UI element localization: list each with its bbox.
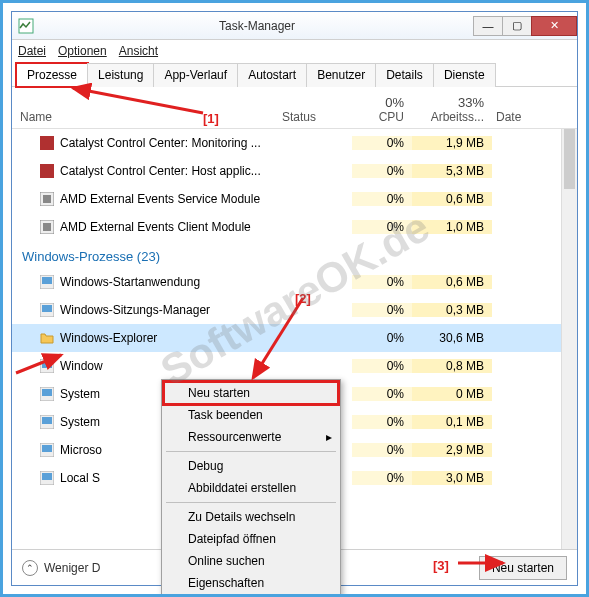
context-menu-item[interactable]: Neu starten [164,382,338,404]
process-name: Catalyst Control Center: Monitoring ... [12,136,282,150]
column-headers: Name Status 0% CPU 33% Arbeitss... Date [12,87,577,129]
svg-rect-2 [40,164,54,178]
context-menu-item[interactable]: Ressourcenwerte▸ [164,426,338,448]
svg-rect-8 [42,277,52,284]
tab-startup[interactable]: Autostart [237,63,307,87]
context-menu-item[interactable]: Eigenschaften [164,572,338,594]
maximize-button[interactable]: ▢ [502,16,532,36]
table-row[interactable]: AMD External Events Client Module0%1,0 M… [12,213,577,241]
tab-processes[interactable]: Prozesse [16,63,88,87]
process-name: Windows-Sitzungs-Manager [12,303,282,317]
menu-view[interactable]: Ansicht [119,44,158,58]
process-name: Windows-Startanwendung [12,275,282,289]
submenu-arrow-icon: ▸ [326,430,332,444]
table-row[interactable]: Window0%0,8 MB [12,352,577,380]
process-cpu: 0% [352,415,412,429]
window-title: Task-Manager [40,19,474,33]
process-memory: 0,8 MB [412,359,492,373]
process-cpu: 0% [352,359,412,373]
context-menu-item[interactable]: Abbilddatei erstellen [164,477,338,499]
process-name: AMD External Events Service Module [12,192,282,206]
process-name: Catalyst Control Center: Host applic... [12,164,282,178]
table-row[interactable]: Catalyst Control Center: Host applic...0… [12,157,577,185]
process-memory: 5,3 MB [412,164,492,178]
process-group-windows[interactable]: Windows-Prozesse (23) [12,241,577,268]
header-cpu[interactable]: 0% CPU [352,95,412,124]
window-buttons: — ▢ ✕ [474,16,577,36]
svg-rect-12 [42,361,52,368]
process-cpu: 0% [352,164,412,178]
process-name: Windows-Explorer [12,331,282,345]
process-memory: 0,6 MB [412,192,492,206]
svg-rect-10 [42,305,52,312]
tab-performance[interactable]: Leistung [87,63,154,87]
process-memory: 0,3 MB [412,303,492,317]
process-cpu: 0% [352,471,412,485]
context-menu: Neu startenTask beendenRessourcenwerte▸D… [161,379,341,597]
process-memory: 3,0 MB [412,471,492,485]
header-date[interactable]: Date [492,110,577,124]
svg-rect-14 [42,389,52,396]
menu-separator [166,502,336,503]
process-cpu: 0% [352,443,412,457]
app-icon [18,18,34,34]
tab-services[interactable]: Dienste [433,63,496,87]
process-cpu: 0% [352,387,412,401]
svg-rect-16 [42,417,52,424]
fewer-details-toggle[interactable]: ⌃ Weniger D [22,560,100,576]
tab-details[interactable]: Details [375,63,434,87]
process-cpu: 0% [352,275,412,289]
process-cpu: 0% [352,303,412,317]
svg-rect-18 [42,445,52,452]
scrollbar[interactable] [561,129,577,549]
process-memory: 2,9 MB [412,443,492,457]
svg-rect-1 [40,136,54,150]
svg-rect-4 [43,195,51,203]
process-memory: 0 MB [412,387,492,401]
context-menu-item[interactable]: Dateipfad öffnen [164,528,338,550]
tab-app-history[interactable]: App-Verlauf [153,63,238,87]
tab-users[interactable]: Benutzer [306,63,376,87]
close-button[interactable]: ✕ [531,16,577,36]
svg-rect-20 [42,473,52,480]
process-memory: 1,9 MB [412,136,492,150]
scroll-thumb[interactable] [564,129,575,189]
restart-button[interactable]: Neu starten [479,556,567,580]
table-row[interactable]: AMD External Events Service Module0%0,6 … [12,185,577,213]
process-cpu: 0% [352,220,412,234]
svg-rect-6 [43,223,51,231]
process-cpu: 0% [352,331,412,345]
process-name: Window [12,359,282,373]
fewer-details-label: Weniger D [44,561,100,575]
table-row[interactable]: Windows-Startanwendung0%0,6 MB [12,268,577,296]
header-memory[interactable]: 33% Arbeitss... [412,95,492,124]
process-memory: 0,6 MB [412,275,492,289]
process-cpu: 0% [352,136,412,150]
context-menu-item[interactable]: Online suchen [164,550,338,572]
table-row[interactable]: Catalyst Control Center: Monitoring ...0… [12,129,577,157]
table-row[interactable]: Windows-Sitzungs-Manager0%0,3 MB [12,296,577,324]
menu-separator [166,451,336,452]
chevron-up-icon: ⌃ [22,560,38,576]
process-cpu: 0% [352,192,412,206]
context-menu-item[interactable]: Task beenden [164,404,338,426]
process-memory: 30,6 MB [412,331,492,345]
table-row[interactable]: Windows-Explorer0%30,6 MB [12,324,577,352]
process-name: AMD External Events Client Module [12,220,282,234]
context-menu-item[interactable]: Debug [164,455,338,477]
titlebar[interactable]: Task-Manager — ▢ ✕ [12,12,577,40]
process-memory: 1,0 MB [412,220,492,234]
context-menu-item[interactable]: Zu Details wechseln [164,506,338,528]
tabs: Prozesse Leistung App-Verlauf Autostart … [12,62,577,87]
header-name[interactable]: Name [12,110,282,124]
header-status[interactable]: Status [282,110,352,124]
minimize-button[interactable]: — [473,16,503,36]
menu-options[interactable]: Optionen [58,44,107,58]
menubar: Datei Optionen Ansicht [12,40,577,62]
process-memory: 0,1 MB [412,415,492,429]
menu-file[interactable]: Datei [18,44,46,58]
